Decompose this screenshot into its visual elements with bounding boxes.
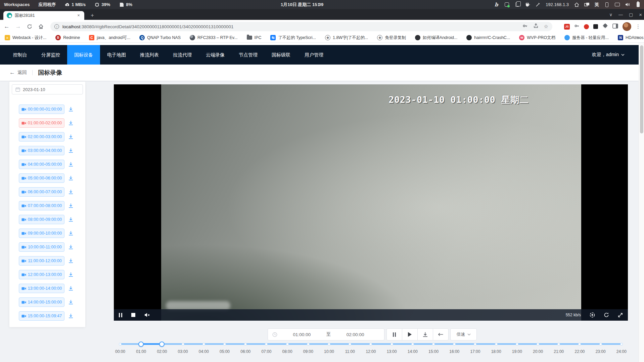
bookmark-item[interactable]: hairrrrr/C-CrashC... <box>466 35 510 40</box>
start-time-value[interactable]: 01:00:00 <box>277 332 326 337</box>
timeline-hour-dot[interactable] <box>369 343 372 346</box>
tab-search-icon[interactable]: ∨ <box>609 12 612 17</box>
nav-menu-item[interactable]: 节点管理 <box>232 45 265 65</box>
window-close-button[interactable]: × <box>639 12 642 17</box>
share-icon[interactable] <box>533 23 539 30</box>
download-icon[interactable] <box>68 272 74 277</box>
recorder-extension-icon[interactable] <box>584 24 589 29</box>
video-player[interactable]: 2023-01-10 01:00:00 星期二 552 kb/s <box>114 84 628 321</box>
bookmark-item[interactable]: ⊕ 1.8W字|了不起的... <box>325 35 368 41</box>
tray-notification-icon[interactable] <box>504 2 509 7</box>
pause-button[interactable] <box>386 328 402 340</box>
clipboard-manager-icon[interactable] <box>514 2 520 7</box>
scrollbar-thumb[interactable] <box>640 45 643 133</box>
applications-menu[interactable]: 应用程序 <box>38 2 56 8</box>
timeline-hour-dot[interactable] <box>202 343 205 346</box>
download-icon[interactable] <box>68 313 74 319</box>
player-mute-icon[interactable] <box>144 313 150 317</box>
timeline-handle-start[interactable] <box>138 341 144 347</box>
bookmark-item[interactable]: RFC2833 – RTP Ev... <box>190 35 238 40</box>
bookmark-item[interactable]: ≡ Webstack - 设计... <box>5 35 46 41</box>
ip-address[interactable]: 192.168.1.3 <box>546 2 569 7</box>
workspaces-button[interactable]: Workspaces <box>4 2 30 7</box>
recording-segment-button[interactable]: 12:00:00-13:00:00 <box>19 270 64 279</box>
bookmark-item[interactable]: R Redmine <box>55 35 80 40</box>
timeline-hour-dot[interactable] <box>599 343 602 346</box>
timeline-hour-dot[interactable] <box>411 343 414 346</box>
recording-segment-button[interactable]: 13:00:00-14:00:00 <box>19 284 64 293</box>
download-icon[interactable] <box>68 231 74 236</box>
bookmark-item[interactable]: Q QNAP Turbo NAS <box>139 35 181 40</box>
password-key-icon[interactable] <box>522 23 528 30</box>
workspace-switcher-icon[interactable] <box>584 2 590 7</box>
download-icon[interactable] <box>68 189 74 195</box>
seek-back-button[interactable] <box>433 328 449 340</box>
new-tab-button[interactable]: + <box>88 11 97 20</box>
download-icon[interactable] <box>68 286 74 291</box>
back-button[interactable]: ← 返回 <box>9 69 27 76</box>
timeline-hour-dot[interactable] <box>244 343 247 346</box>
recording-segment-button[interactable]: 05:00:00-06:00:00 <box>19 173 64 183</box>
browser-forward-button[interactable]: → <box>13 22 23 31</box>
bookmark-item[interactable]: N HDAtmos :: 种子 *... <box>618 35 644 41</box>
timeline-hour-dot[interactable] <box>328 343 330 346</box>
timeline-hour-dot[interactable] <box>390 343 393 346</box>
nav-menu-item[interactable]: 拉流代理 <box>166 45 199 65</box>
download-icon[interactable] <box>68 217 74 222</box>
user-menu[interactable]: 欢迎，admin <box>592 45 625 65</box>
recording-segment-button[interactable]: 10:00:00-11:00:00 <box>19 242 64 252</box>
nav-menu-item[interactable]: 用户管理 <box>297 45 330 65</box>
snapshot-aperture-icon[interactable] <box>590 312 595 318</box>
download-icon[interactable] <box>68 244 74 250</box>
nav-menu-item[interactable]: 电子地图 <box>100 45 133 65</box>
playback-speed-dropdown[interactable]: 倍速 <box>450 328 477 340</box>
recording-segment-button[interactable]: 03:00:00-04:00:00 <box>19 146 64 155</box>
system-clock[interactable]: 1月10日 星期二 15∶09 <box>281 0 323 9</box>
date-picker-input[interactable]: 2023-01-10 <box>12 84 83 94</box>
timeline-hour-dot[interactable] <box>474 343 476 346</box>
timeline-hour-dot[interactable] <box>537 343 539 346</box>
nav-menu-item[interactable]: 国标设备 <box>67 45 100 65</box>
player-refresh-icon[interactable] <box>604 312 609 318</box>
recording-segment-button[interactable]: 09:00:00-10:00:00 <box>19 229 64 238</box>
window-maximize-button[interactable]: ▢ <box>629 12 633 17</box>
bookmarks-overflow-chevron[interactable]: » <box>637 35 639 40</box>
download-icon[interactable] <box>68 299 74 305</box>
timeline-hour-dot[interactable] <box>182 343 184 346</box>
download-icon[interactable] <box>68 162 74 167</box>
site-info-icon[interactable]: i <box>54 24 59 29</box>
url-address-bar[interactable]: i localhost:38080/#/gbRecordDetail/34020… <box>50 22 552 31</box>
fullscreen-icon[interactable] <box>618 313 623 318</box>
browser-back-button[interactable]: ← <box>2 22 11 31</box>
download-icon[interactable] <box>68 203 74 208</box>
timeline-hour-dot[interactable] <box>620 343 623 346</box>
nav-menu-item[interactable]: 分屏监控 <box>34 45 67 65</box>
download-icon[interactable] <box>68 134 74 139</box>
tab-close-icon[interactable]: × <box>76 12 82 18</box>
window-minimize-button[interactable]: — <box>618 12 623 17</box>
bookmark-star-icon[interactable]: ☆ <box>544 24 548 30</box>
home-icon[interactable] <box>574 2 579 7</box>
timeline-hour-dot[interactable] <box>557 343 560 346</box>
tray-app-icon[interactable]: b <box>494 2 499 7</box>
browser-home-button[interactable] <box>36 22 46 31</box>
end-time-value[interactable]: 02:00:00 <box>331 332 380 337</box>
nav-menu-item[interactable]: 推流列表 <box>133 45 166 65</box>
download-icon[interactable] <box>68 107 74 112</box>
coffee-caffeine-icon[interactable] <box>525 2 530 7</box>
timeline-hour-dot[interactable] <box>307 343 310 346</box>
play-button[interactable] <box>402 328 418 340</box>
recording-segment-button[interactable]: 06:00:00-07:00:00 <box>19 187 64 197</box>
bookmark-item[interactable]: C java、android可... <box>89 35 130 41</box>
bookmark-item[interactable]: 知 了不起的 TypeScri... <box>270 35 316 41</box>
battery-icon[interactable] <box>635 2 641 7</box>
phone-connect-icon[interactable] <box>604 2 609 7</box>
profile-avatar[interactable] <box>623 22 631 31</box>
download-segment-button[interactable] <box>417 328 433 340</box>
download-icon[interactable] <box>68 258 74 264</box>
recording-segment-button[interactable]: 00:00:00-01:00:00 <box>19 105 64 114</box>
timeline-hour-dot[interactable] <box>495 343 498 346</box>
recording-segment-button[interactable]: 08:00:00-09:00:00 <box>19 215 64 224</box>
recording-segment-button[interactable]: 02:00:00-03:00:00 <box>19 132 64 142</box>
bookmark-item[interactable]: IPC <box>247 35 262 40</box>
